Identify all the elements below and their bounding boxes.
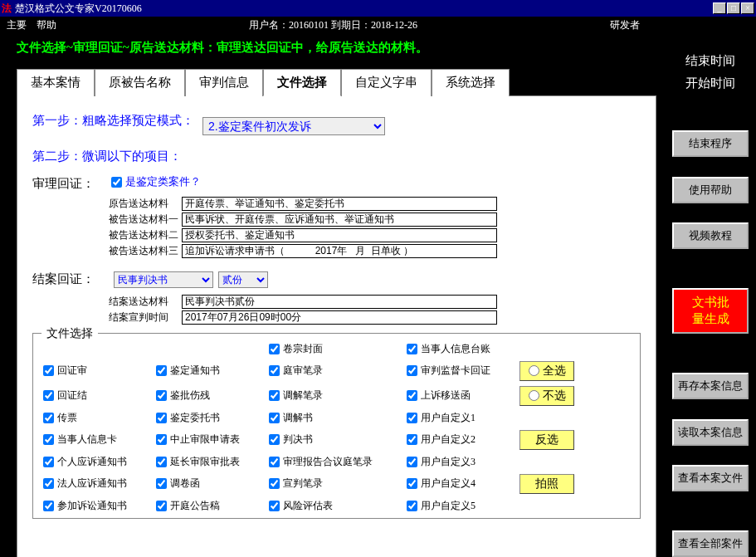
file-checkbox-1-1[interactable] bbox=[156, 365, 167, 376]
file-checkbox-label-6-1: 调卷函 bbox=[170, 476, 200, 491]
trial-field-input-1[interactable] bbox=[182, 213, 497, 227]
file-checkbox-1-0[interactable] bbox=[43, 365, 54, 376]
file-checkbox-3-2[interactable] bbox=[269, 413, 280, 423]
file-checkbox-2-1[interactable] bbox=[156, 390, 167, 401]
file-checkbox-2-3[interactable] bbox=[407, 390, 417, 401]
closecase-copies-select[interactable]: 贰份 bbox=[218, 271, 268, 288]
fileselect-legend: 文件选择 bbox=[41, 326, 98, 341]
file-checkbox-6-3[interactable] bbox=[407, 478, 417, 489]
file-checkbox-5-1[interactable] bbox=[156, 457, 167, 467]
mode-select[interactable]: 2.鉴定案件初次发诉 bbox=[202, 117, 385, 135]
file-checkbox-6-1[interactable] bbox=[156, 478, 167, 489]
file-checkbox-label-5-2: 审理报告合议庭笔录 bbox=[283, 455, 373, 469]
file-checkbox-2-0[interactable] bbox=[43, 390, 54, 401]
file-checkbox-label-0-3: 当事人信息台账 bbox=[421, 342, 490, 356]
closecase-section-label: 结案回证： bbox=[32, 271, 109, 287]
trial-field-input-0[interactable] bbox=[182, 197, 497, 211]
menu-main[interactable]: 主要 bbox=[7, 18, 27, 32]
hint-text: 文件选择~审理回证~原告送达材料：审理送达回证中，给原告送达的材料。 bbox=[17, 40, 656, 56]
select-none-button[interactable]: 不选 bbox=[519, 386, 574, 406]
file-checkbox-label-2-3: 上诉移送函 bbox=[421, 388, 471, 403]
close-field-label-0: 结案送达材料 bbox=[109, 295, 182, 309]
app-icon: 法 bbox=[2, 2, 12, 16]
tab-3[interactable]: 文件选择 bbox=[263, 69, 341, 96]
file-checkbox-4-3[interactable] bbox=[407, 434, 417, 445]
invert-selection-button[interactable]: 反选 bbox=[519, 430, 574, 450]
file-checkbox-label-4-0: 当事人信息卡 bbox=[57, 432, 117, 447]
tab-4[interactable]: 自定义字串 bbox=[341, 69, 432, 96]
file-checkbox-0-2[interactable] bbox=[269, 344, 280, 354]
step2-label: 第二步：微调以下的项目： bbox=[32, 149, 641, 164]
is-appraisal-checkbox[interactable] bbox=[111, 177, 122, 188]
file-checkbox-3-0[interactable] bbox=[43, 413, 54, 423]
select-all-button[interactable]: 全选 bbox=[519, 361, 574, 381]
file-checkbox-5-2[interactable] bbox=[269, 457, 280, 467]
file-checkbox-4-2[interactable] bbox=[269, 434, 280, 445]
viewall-button[interactable]: 查看全部案件 bbox=[672, 530, 749, 557]
menu-help[interactable]: 帮助 bbox=[37, 18, 56, 32]
file-checkbox-1-2[interactable] bbox=[269, 365, 280, 376]
file-checkbox-label-1-0: 回证审 bbox=[57, 364, 87, 378]
file-checkbox-label-7-3: 用户自定义5 bbox=[421, 499, 476, 513]
end-time-label: 结束时间 bbox=[685, 53, 735, 69]
file-checkbox-label-6-2: 宣判笔录 bbox=[283, 476, 323, 491]
file-checkbox-5-0[interactable] bbox=[43, 457, 54, 467]
window-title: 楚汉格式公文专家V20170606 bbox=[15, 2, 713, 16]
tab-5[interactable]: 系统选择 bbox=[432, 69, 510, 96]
viewfiles-button[interactable]: 查看本案文件 bbox=[672, 465, 749, 491]
file-checkbox-4-1[interactable] bbox=[156, 434, 167, 445]
closecase-doc-select[interactable]: 民事判决书 bbox=[114, 271, 213, 288]
photo-button[interactable]: 拍照 bbox=[519, 474, 574, 494]
end-program-button[interactable]: 结束程序 bbox=[672, 130, 749, 157]
file-checkbox-6-0[interactable] bbox=[43, 478, 54, 489]
start-time-label: 开始时间 bbox=[685, 76, 735, 91]
file-checkbox-2-2[interactable] bbox=[269, 390, 280, 401]
file-checkbox-label-2-2: 调解笔录 bbox=[283, 388, 323, 403]
tab-2[interactable]: 审判信息 bbox=[185, 69, 263, 96]
developer-label: 研发者 bbox=[610, 18, 640, 32]
video-button[interactable]: 视频教程 bbox=[672, 222, 749, 249]
generate-docs-button[interactable]: 文书批 量生成 bbox=[672, 288, 749, 334]
select-all-radio[interactable] bbox=[529, 365, 539, 376]
trial-field-label-0: 原告送达材料 bbox=[109, 197, 182, 211]
trial-field-input-3[interactable] bbox=[182, 244, 497, 258]
file-checkbox-6-2[interactable] bbox=[269, 478, 280, 489]
close-field-label-1: 结案宣判时间 bbox=[109, 310, 182, 325]
file-checkbox-label-4-1: 中止审限申请表 bbox=[170, 432, 240, 447]
file-checkbox-4-0[interactable] bbox=[43, 434, 54, 445]
file-checkbox-7-1[interactable] bbox=[156, 501, 167, 511]
file-checkbox-1-3[interactable] bbox=[407, 365, 417, 376]
file-checkbox-7-3[interactable] bbox=[407, 501, 417, 511]
maximize-button[interactable]: □ bbox=[727, 2, 740, 14]
resave-button[interactable]: 再存本案信息 bbox=[672, 373, 749, 399]
file-checkbox-label-3-3: 用户自定义1 bbox=[421, 411, 476, 425]
close-field-input-0[interactable] bbox=[182, 295, 497, 309]
close-button[interactable]: × bbox=[741, 2, 754, 14]
file-checkbox-label-1-3: 审判监督卡回证 bbox=[421, 364, 490, 378]
trial-field-label-1: 被告送达材料一 bbox=[109, 213, 182, 227]
file-checkbox-7-0[interactable] bbox=[43, 501, 54, 511]
file-checkbox-label-3-1: 鉴定委托书 bbox=[170, 411, 220, 425]
tab-1[interactable]: 原被告名称 bbox=[95, 69, 185, 96]
file-checkbox-label-3-2: 调解书 bbox=[283, 411, 313, 425]
file-checkbox-5-3[interactable] bbox=[407, 457, 417, 467]
file-checkbox-3-1[interactable] bbox=[156, 413, 167, 423]
file-checkbox-0-3[interactable] bbox=[407, 344, 417, 354]
file-checkbox-7-2[interactable] bbox=[269, 501, 280, 511]
titlebar: 法 楚汉格式公文专家V20170606 _ □ × bbox=[0, 0, 756, 17]
file-checkbox-label-7-1: 开庭公告稿 bbox=[170, 499, 220, 513]
file-checkbox-label-5-0: 个人应诉通知书 bbox=[57, 455, 127, 469]
trial-field-input-2[interactable] bbox=[182, 228, 497, 242]
trial-field-label-3: 被告送达材料三 bbox=[109, 244, 182, 258]
minimize-button[interactable]: _ bbox=[713, 2, 726, 14]
menubar: 主要 帮助 用户名：20160101 到期日：2018-12-26 研发者 bbox=[0, 17, 756, 33]
close-field-input-1[interactable] bbox=[182, 310, 497, 325]
tab-0[interactable]: 基本案情 bbox=[17, 69, 95, 96]
load-button[interactable]: 读取本案信息 bbox=[672, 419, 749, 446]
trial-field-label-2: 被告送达材料二 bbox=[109, 228, 182, 242]
file-checkbox-label-1-1: 鉴定通知书 bbox=[170, 364, 220, 378]
help-button[interactable]: 使用帮助 bbox=[672, 177, 749, 203]
select-none-radio[interactable] bbox=[529, 390, 539, 401]
file-checkbox-3-3[interactable] bbox=[407, 413, 417, 423]
file-checkbox-label-7-2: 风险评估表 bbox=[283, 499, 333, 513]
